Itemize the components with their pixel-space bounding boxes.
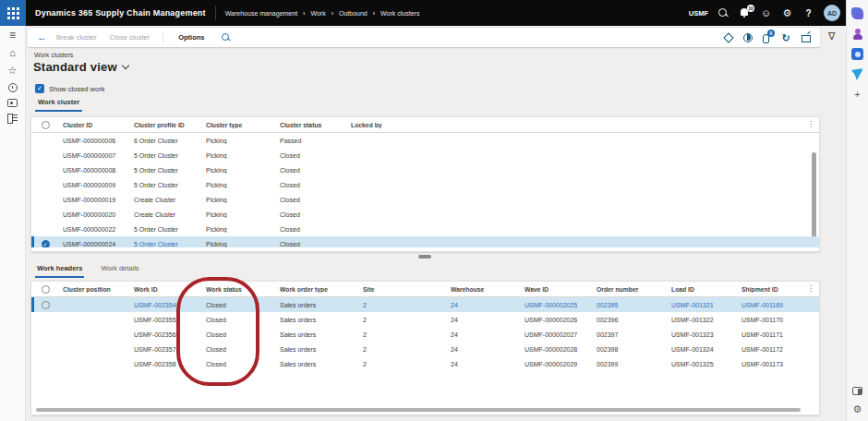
select-all-checkbox[interactable]: [42, 121, 50, 129]
table-row[interactable]: USMF-0000000095 Order ClusterPickingClos…: [31, 177, 819, 192]
table-row[interactable]: ✓USMF-0000000245 Order ClusterPickingClo…: [31, 236, 819, 247]
column-header-warehouse[interactable]: Warehouse: [447, 286, 521, 293]
visual-search-camera-icon[interactable]: [851, 48, 863, 60]
workspaces-icon[interactable]: [7, 99, 18, 107]
table-row[interactable]: USMF-0000000085 Order ClusterPickingClos…: [31, 162, 819, 177]
expand-menu-icon[interactable]: ≡: [6, 30, 18, 42]
splitter-handle[interactable]: [418, 255, 431, 259]
column-header-cluster-id[interactable]: Cluster ID: [59, 122, 130, 128]
filter-funnel-icon[interactable]: ∇: [828, 30, 835, 42]
cell-warehouse[interactable]: 24: [447, 302, 521, 308]
show-closed-work-toggle[interactable]: ✓ Show closed work: [35, 84, 104, 93]
company-selector[interactable]: USMF: [689, 9, 708, 18]
cell-site[interactable]: 2: [359, 302, 447, 308]
cell-cluster-id: USMF-000000007: [59, 152, 130, 159]
attachments-icon[interactable]: 0: [761, 32, 772, 43]
cell-cluster-profile-id: Create Cluster: [130, 211, 202, 218]
cell-order-number[interactable]: 002395: [593, 302, 668, 308]
settings-gear-icon[interactable]: ⚙: [781, 7, 793, 19]
table-row[interactable]: USMF-0000000075 Order ClusterPickingClos…: [31, 148, 819, 162]
action-bar: ← Break clusterClose clusterOptions 0 ↻: [28, 28, 820, 47]
table-row[interactable]: USMF-000000019Create ClusterPickingClose…: [31, 192, 819, 207]
breadcrumb-item[interactable]: Outbound: [339, 10, 368, 17]
column-header-cluster-profile-id[interactable]: Cluster profile ID: [130, 122, 202, 128]
panel-toggle-icon[interactable]: [852, 387, 862, 395]
column-header-work-status[interactable]: Work status: [202, 286, 276, 293]
column-header-site[interactable]: Site: [359, 286, 447, 293]
column-header-locked-by[interactable]: Locked by: [347, 122, 819, 128]
drop-plane-icon[interactable]: [851, 68, 863, 80]
cell-wave-id[interactable]: USMF-000002025: [521, 302, 593, 308]
profile-person-icon[interactable]: [851, 28, 863, 40]
column-header-order-number[interactable]: Order number: [593, 286, 668, 293]
table-row[interactable]: USMF-002356ClosedSales orders224USMF-000…: [31, 327, 819, 342]
user-avatar[interactable]: AD: [824, 5, 840, 21]
cell-cluster-profile-id[interactable]: 5 Order Cluster: [130, 241, 202, 247]
checkbox-checked-icon[interactable]: ✓: [35, 84, 44, 93]
page-title-row[interactable]: Standard view: [33, 60, 128, 74]
table-row[interactable]: USMF-0000000225 Order ClusterPickingClos…: [31, 222, 819, 236]
column-header-cluster-type[interactable]: Cluster type: [202, 122, 276, 128]
column-header-wave-id[interactable]: Wave ID: [521, 286, 593, 293]
cell-order-number: 002396: [593, 317, 668, 323]
feedback-smiley-icon[interactable]: ☺: [760, 7, 772, 19]
cell-work-id[interactable]: USMF-002354: [130, 302, 202, 308]
horizontal-scrollbar[interactable]: [36, 408, 801, 412]
tab-work-details[interactable]: Work details: [99, 264, 140, 278]
more-options-icon[interactable]: ⋮: [807, 120, 814, 128]
breadcrumb-item[interactable]: Work clusters: [380, 10, 419, 17]
search-icon[interactable]: [717, 7, 729, 19]
column-header-load-id[interactable]: Load ID: [668, 286, 738, 293]
cell-order-number: 002397: [593, 331, 668, 338]
cell-cluster-status: Closed: [276, 241, 347, 247]
column-header-work-id[interactable]: Work ID: [130, 286, 202, 293]
cell-shipment-id: USMF-001171: [738, 331, 819, 338]
cell-cluster-type: Picking: [202, 182, 276, 188]
add-icon[interactable]: +: [851, 89, 863, 101]
options-button[interactable]: Options: [178, 33, 204, 42]
shopping-tag-icon[interactable]: [851, 7, 863, 19]
table-row[interactable]: USMF-002355ClosedSales orders224USMF-000…: [31, 312, 819, 327]
cell-order-number: 002398: [593, 346, 668, 353]
sidebar-settings-gear-icon[interactable]: ⚙: [851, 403, 863, 415]
notifications-bell-icon[interactable]: 10: [739, 7, 751, 19]
cell-cluster-type: Picking: [202, 197, 276, 203]
table-row[interactable]: USMF-002354ClosedSales orders224USMF-000…: [31, 297, 819, 312]
open-in-new-window-icon[interactable]: [800, 32, 811, 43]
table-row[interactable]: USMF-0000000066 Order ClusterPickingPass…: [31, 133, 819, 148]
action-search-icon[interactable]: [221, 32, 231, 42]
cell-shipment-id[interactable]: USMF-001169: [738, 302, 819, 308]
recent-clock-icon[interactable]: [8, 83, 18, 92]
cell-work-order-type: Sales orders: [276, 317, 359, 323]
contrast-view-icon[interactable]: [741, 32, 753, 43]
app-title[interactable]: Dynamics 365 Supply Chain Management: [35, 8, 206, 18]
favorites-star-icon[interactable]: ☆: [6, 65, 18, 77]
breadcrumb-item[interactable]: Warehouse management: [225, 10, 297, 17]
row-select-checkbox[interactable]: ✓: [42, 240, 50, 248]
table-row[interactable]: USMF-000000020Create ClusterPickingClose…: [31, 207, 819, 222]
tab-work-cluster[interactable]: Work cluster: [35, 98, 82, 112]
home-icon[interactable]: ⌂: [6, 47, 18, 59]
cell-load-id[interactable]: USMF-001321: [668, 302, 738, 308]
row-select-checkbox[interactable]: [42, 301, 50, 309]
table-row[interactable]: USMF-002358ClosedSales orders224USMF-000…: [31, 356, 819, 371]
select-all-checkbox[interactable]: [42, 285, 50, 294]
app-launcher-waffle-icon[interactable]: [0, 0, 26, 26]
vertical-scrollbar[interactable]: [812, 152, 816, 247]
cell-cluster-id: USMF-000000019: [59, 197, 130, 203]
tab-work-headers[interactable]: Work headers: [35, 264, 84, 278]
table-row[interactable]: USMF-002357ClosedSales orders224USMF-000…: [31, 342, 819, 356]
topbar-right-cluster: USMF 10 ☺ ⚙ ? AD: [689, 5, 846, 21]
modules-icon[interactable]: [7, 114, 18, 123]
topbar-divider: [215, 6, 216, 20]
column-header-cluster-position[interactable]: Cluster position: [59, 286, 130, 293]
cell-cluster-profile-id: 5 Order Cluster: [130, 167, 202, 174]
back-arrow-icon[interactable]: ←: [37, 28, 47, 47]
refresh-icon[interactable]: ↻: [780, 32, 791, 43]
column-header-work-order-type[interactable]: Work order type: [276, 286, 359, 293]
help-icon[interactable]: ?: [802, 7, 814, 19]
column-header-cluster-status[interactable]: Cluster status: [276, 122, 347, 128]
more-options-icon[interactable]: ⋮: [807, 284, 814, 293]
office-apps-icon[interactable]: [722, 32, 733, 43]
breadcrumb-item[interactable]: Work: [310, 10, 325, 17]
